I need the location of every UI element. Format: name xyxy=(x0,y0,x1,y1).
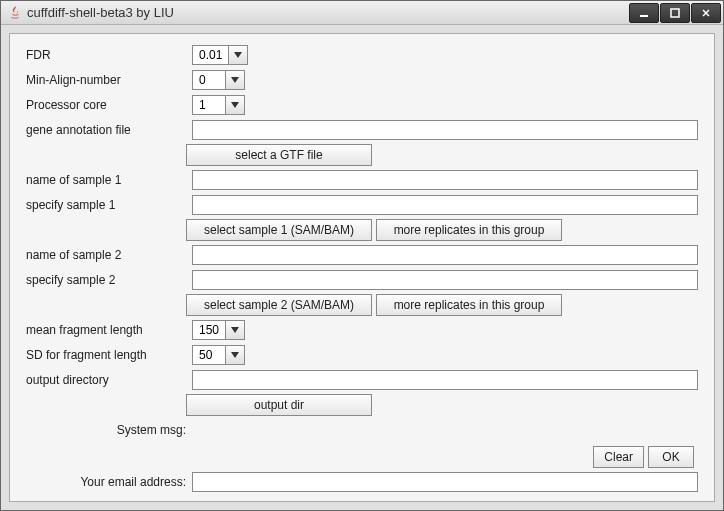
titlebar: cuffdiff-shell-beta3 by LIU xyxy=(1,1,723,25)
mean-fragment-label: mean fragment length xyxy=(26,323,192,337)
fdr-combo[interactable]: 0.01 xyxy=(192,45,248,65)
fdr-label: FDR xyxy=(26,48,192,62)
mean-fragment-combo[interactable]: 150 xyxy=(192,320,245,340)
minimize-button[interactable] xyxy=(629,3,659,23)
sample1-name-label: name of sample 1 xyxy=(26,173,192,187)
svg-rect-1 xyxy=(671,9,679,17)
select-sample2-button[interactable]: select sample 2 (SAM/BAM) xyxy=(186,294,372,316)
app-window: cuffdiff-shell-beta3 by LIU FDR 0.01 Min… xyxy=(0,0,724,511)
min-align-combo[interactable]: 0 xyxy=(192,70,245,90)
select-gtf-button[interactable]: select a GTF file xyxy=(186,144,372,166)
email-input[interactable] xyxy=(192,472,698,492)
select-sample1-button[interactable]: select sample 1 (SAM/BAM) xyxy=(186,219,372,241)
processor-label: Processor core xyxy=(26,98,192,112)
more-replicates1-button[interactable]: more replicates in this group xyxy=(376,219,562,241)
dropdown-icon[interactable] xyxy=(228,46,247,64)
close-button[interactable] xyxy=(691,3,721,23)
dropdown-icon[interactable] xyxy=(225,71,244,89)
output-dir-input[interactable] xyxy=(192,370,698,390)
window-title: cuffdiff-shell-beta3 by LIU xyxy=(27,5,629,20)
clear-button[interactable]: Clear xyxy=(593,446,644,468)
dropdown-icon[interactable] xyxy=(225,96,244,114)
ok-button[interactable]: OK xyxy=(648,446,694,468)
gene-annotation-label: gene annotation file xyxy=(26,123,192,137)
sd-fragment-combo[interactable]: 50 xyxy=(192,345,245,365)
sample2-spec-label: specify sample 2 xyxy=(26,273,192,287)
sample1-name-input[interactable] xyxy=(192,170,698,190)
processor-combo[interactable]: 1 xyxy=(192,95,245,115)
output-dir-button[interactable]: output dir xyxy=(186,394,372,416)
system-msg-label: System msg: xyxy=(26,423,192,437)
sample2-spec-input[interactable] xyxy=(192,270,698,290)
output-dir-label: output directory xyxy=(26,373,192,387)
min-align-label: Min-Align-number xyxy=(26,73,192,87)
sample2-name-input[interactable] xyxy=(192,245,698,265)
content-area: FDR 0.01 Min-Align-number 0 xyxy=(1,25,723,510)
sample1-spec-input[interactable] xyxy=(192,195,698,215)
java-icon xyxy=(7,5,23,21)
maximize-button[interactable] xyxy=(660,3,690,23)
svg-rect-0 xyxy=(640,15,648,17)
sample1-spec-label: specify sample 1 xyxy=(26,198,192,212)
more-replicates2-button[interactable]: more replicates in this group xyxy=(376,294,562,316)
gene-annotation-input[interactable] xyxy=(192,120,698,140)
dropdown-icon[interactable] xyxy=(225,346,244,364)
sample2-name-label: name of sample 2 xyxy=(26,248,192,262)
sd-fragment-label: SD for fragment length xyxy=(26,348,192,362)
dropdown-icon[interactable] xyxy=(225,321,244,339)
form-panel: FDR 0.01 Min-Align-number 0 xyxy=(9,33,715,502)
email-label: Your email address: xyxy=(26,475,192,489)
window-controls xyxy=(629,3,721,23)
